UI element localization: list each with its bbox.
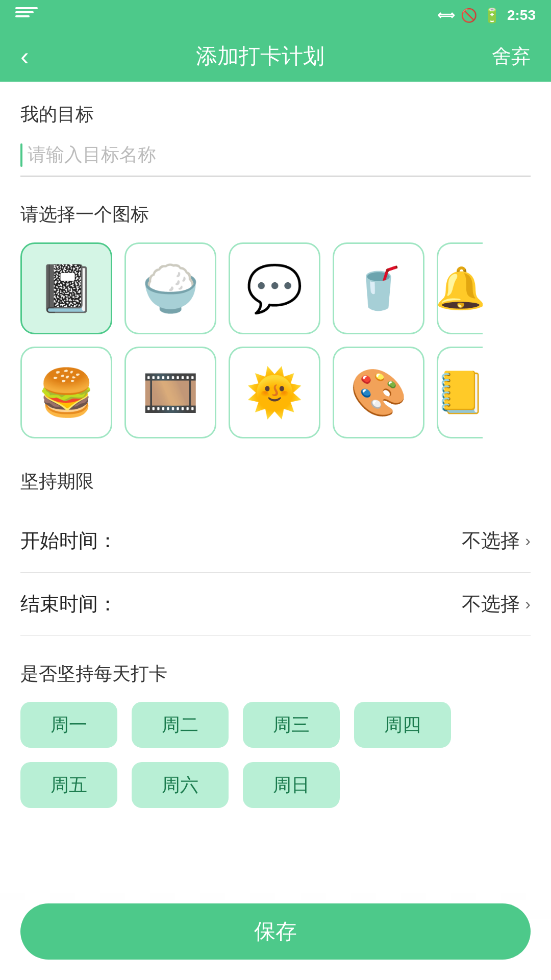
partial-emoji-1: 🔔 [437,268,483,309]
icon-row-1: 📓 🍚 💬 🥤 🔔 [20,242,531,334]
drink-emoji: 🥤 [353,268,404,309]
chat-emoji: 💬 [246,265,303,311]
rice-emoji: 🍚 [142,265,199,311]
save-button-wrapper: 保存 [0,893,551,980]
icon-sun[interactable]: 🌞 [229,347,320,438]
weekday-sun[interactable]: 周日 [243,762,340,808]
icon-rice[interactable]: 🍚 [124,242,216,334]
persistence-label: 坚持期限 [20,469,531,494]
weekday-tue[interactable]: 周二 [132,702,229,748]
icon-chat[interactable]: 💬 [229,242,320,334]
sun-emoji: 🌞 [246,370,303,415]
status-bar: ⟺ 🚫 🔋 2:53 [0,0,551,31]
goal-input-wrapper[interactable]: 请输入目标名称 [20,142,531,177]
page-title: 添加打卡计划 [196,42,324,70]
notebook-emoji: 📓 [38,265,95,311]
end-time-value[interactable]: 不选择 › [462,591,531,617]
start-time-label: 开始时间： [20,528,117,554]
daily-label: 是否坚持每天打卡 [20,662,531,687]
goal-input[interactable]: 请输入目标名称 [28,142,156,167]
discard-button[interactable]: 舍弃 [492,43,531,69]
back-button[interactable]: ‹ [20,41,29,71]
battery-icon: 🔋 [483,7,501,24]
signal-icon: ⟺ [437,8,455,22]
burger-emoji: 🍔 [38,370,95,415]
end-time-row[interactable]: 结束时间： 不选择 › [20,573,531,635]
icon-partial-2[interactable]: 📒 [437,347,483,438]
start-chevron-icon: › [525,531,531,550]
goal-section: 我的目标 请输入目标名称 [20,102,531,177]
weekday-fri[interactable]: 周五 [20,762,117,808]
clock: 2:53 [507,7,536,23]
weekday-wed[interactable]: 周三 [243,702,340,748]
partial-emoji-2: 📒 [437,372,483,413]
icon-row-2: 🍔 🎞️ 🌞 🎨 📒 [20,347,531,438]
status-left [15,7,38,23]
weekday-grid: 周一 周二 周三 周四 周五 周六 周日 [20,702,531,808]
network-icon: 🚫 [461,8,477,23]
icon-drink[interactable]: 🥤 [333,242,424,334]
persistence-section: 坚持期限 开始时间： 不选择 › 结束时间： 不选择 › [20,469,531,636]
end-chevron-icon: › [525,595,531,614]
daily-section: 是否坚持每天打卡 周一 周二 周三 周四 周五 周六 周日 [20,662,531,808]
start-time-row[interactable]: 开始时间： 不选择 › [20,509,531,572]
start-time-value[interactable]: 不选择 › [462,528,531,554]
goal-label: 我的目标 [20,102,531,127]
icon-section: 请选择一个图标 📓 🍚 💬 🥤 🔔 🍔 [20,202,531,438]
weekday-thu[interactable]: 周四 [354,702,451,748]
palette-emoji: 🎨 [350,370,407,415]
end-time-label: 结束时间： [20,591,117,617]
icon-film[interactable]: 🎞️ [124,347,216,438]
film-emoji: 🎞️ [142,370,199,415]
status-right: ⟺ 🚫 🔋 2:53 [437,7,536,24]
keyboard-icon [15,7,38,23]
icon-burger[interactable]: 🍔 [20,347,112,438]
weekday-sat[interactable]: 周六 [132,762,229,808]
input-cursor [20,143,22,167]
save-button[interactable]: 保存 [20,903,531,960]
icon-notebook[interactable]: 📓 [20,242,112,334]
weekday-mon[interactable]: 周一 [20,702,117,748]
icon-palette[interactable]: 🎨 [333,347,424,438]
icon-section-label: 请选择一个图标 [20,202,531,227]
top-nav: ‹ 添加打卡计划 舍弃 [0,31,551,82]
divider-2 [20,635,531,636]
icon-partial-1[interactable]: 🔔 [437,242,483,334]
main-content: 我的目标 请输入目标名称 请选择一个图标 📓 🍚 💬 🥤 🔔 [0,82,551,808]
